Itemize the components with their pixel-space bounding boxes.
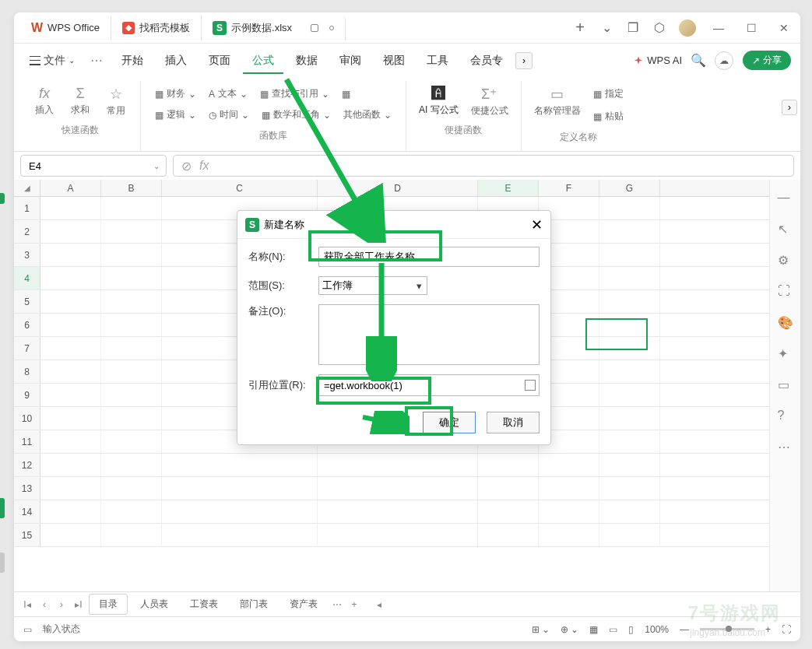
cell[interactable] [40,407,101,430]
insert-fx-button[interactable]: fx插入 [28,84,61,119]
layout-icon[interactable]: ▭ [23,624,32,635]
menu-insert[interactable]: 插入 [156,47,196,74]
row-header[interactable]: 13 [14,477,40,500]
text-button[interactable]: A 文本 ⌄ [204,84,252,103]
view-normal-icon[interactable]: ▦ [589,624,598,635]
menu-scroll-right[interactable]: › [515,52,533,69]
cell[interactable] [318,477,478,500]
cell[interactable] [539,500,599,523]
sheet-tab[interactable]: 人员表 [131,595,178,614]
cell[interactable] [101,197,162,219]
formula-input[interactable]: ⊘ fx [173,155,794,177]
cell[interactable] [101,360,162,383]
menu-view[interactable]: 视图 [374,47,414,74]
menu-data[interactable]: 数据 [286,47,327,74]
cloud-icon[interactable]: ☁ [715,51,733,70]
row-header[interactable]: 8 [14,360,40,383]
cell[interactable] [599,290,660,313]
dialog-close-button[interactable]: ✕ [531,216,543,233]
cell[interactable] [599,220,660,243]
name-manager-button[interactable]: ▭名称管理器 [529,84,585,126]
time-button[interactable]: ◷ 时间 ⌄ [204,105,254,125]
scroll-left-icon[interactable]: ◂ [372,599,386,610]
cell[interactable] [599,244,660,266]
more-icon[interactable]: ⋯ [778,440,793,455]
last-sheet-button[interactable]: ▸I [72,599,86,610]
file-menu[interactable]: 文件 ⌄ [23,51,81,71]
cell[interactable] [599,267,660,289]
scope-select[interactable]: 工作簿 [318,276,427,295]
sheet-tab[interactable]: 工资表 [181,595,227,614]
row-header[interactable]: 7 [14,337,40,360]
cell[interactable] [40,197,101,219]
other-fn-button[interactable]: 其他函数 ⌄ [339,105,396,125]
share-button[interactable]: ↗ 分享 [743,51,791,70]
cell[interactable] [162,500,318,523]
cell[interactable] [40,430,101,453]
view-page-icon[interactable]: ▭ [609,624,617,635]
resize-handle-icon[interactable] [541,435,550,444]
cell[interactable] [101,244,162,266]
cell[interactable] [478,524,539,546]
name-input[interactable] [318,247,540,267]
row-header[interactable]: 12 [14,454,40,476]
search-icon[interactable]: 🔍 [691,54,705,68]
row-header[interactable]: 10 [14,407,40,430]
fullscreen-icon[interactable]: ⛶ [782,624,791,635]
expand-icon[interactable]: ⛶ [778,284,793,300]
view-break-icon[interactable]: ▯ [628,624,634,635]
common-button[interactable]: ☆常用 [100,84,132,119]
menu-page[interactable]: 页面 [199,47,240,74]
cell[interactable] [40,360,101,383]
ref-input[interactable]: =get.workbook(1) [318,374,540,396]
row-header[interactable]: 6 [14,314,40,336]
minus-icon[interactable]: — [778,191,793,206]
book-icon[interactable]: ▭ [778,377,793,393]
financial-button[interactable]: ▦ 财务 ⌄ [150,84,201,103]
cell[interactable] [101,314,162,336]
cell[interactable] [599,500,660,523]
range-picker-icon[interactable] [525,380,536,391]
select-all-corner[interactable]: ◢ [14,180,40,196]
cube-icon[interactable]: ⬡ [652,21,666,35]
sheet-tab-active[interactable]: 目录 [89,594,128,615]
cell[interactable] [101,384,162,406]
app-tab[interactable]: W WPS Office [20,16,111,40]
cancel-button[interactable]: 取消 [487,412,540,433]
col-header[interactable]: C [162,180,318,196]
next-sheet-button[interactable]: › [54,599,69,610]
cell[interactable] [478,477,539,500]
avatar[interactable] [679,19,696,37]
help-icon[interactable]: ? [778,409,793,424]
fx-icon[interactable]: fx [199,159,209,173]
settings-icon[interactable]: ⚙ [778,253,793,268]
sum-button[interactable]: Σ求和 [64,84,97,119]
cell[interactable] [101,524,162,546]
row-header[interactable]: 4 [14,267,40,289]
cell[interactable] [40,314,101,336]
menu-member[interactable]: 会员专 [461,47,512,74]
wps-ai-button[interactable]: WPS AI [633,54,682,66]
cell[interactable] [539,524,599,546]
first-sheet-button[interactable]: I◂ [20,599,34,610]
comment-textarea[interactable] [318,304,540,365]
cell[interactable] [40,454,101,476]
tab-dot-icon[interactable] [329,26,334,30]
chevron-down-icon[interactable]: ⌄ [153,162,160,170]
minimize-button[interactable]: — [708,18,729,38]
row-header[interactable]: 14 [14,500,40,523]
focus-icon[interactable]: ⊕ ⌄ [561,624,578,635]
cell[interactable] [101,430,162,453]
ai-formula-button[interactable]: 🅰AI 写公式 [414,84,463,119]
cell[interactable] [599,454,660,476]
cell[interactable] [101,477,162,500]
math-button[interactable]: ▦ 数学和三角 ⌄ [257,105,336,125]
cell[interactable] [40,500,101,523]
cursor-icon[interactable]: ↖ [778,222,793,237]
cell[interactable] [318,454,478,476]
cell[interactable] [539,477,599,500]
sheet-tab[interactable]: 部门表 [230,595,277,614]
cell[interactable] [101,267,162,289]
cell[interactable] [162,524,318,546]
cell[interactable] [40,244,101,266]
